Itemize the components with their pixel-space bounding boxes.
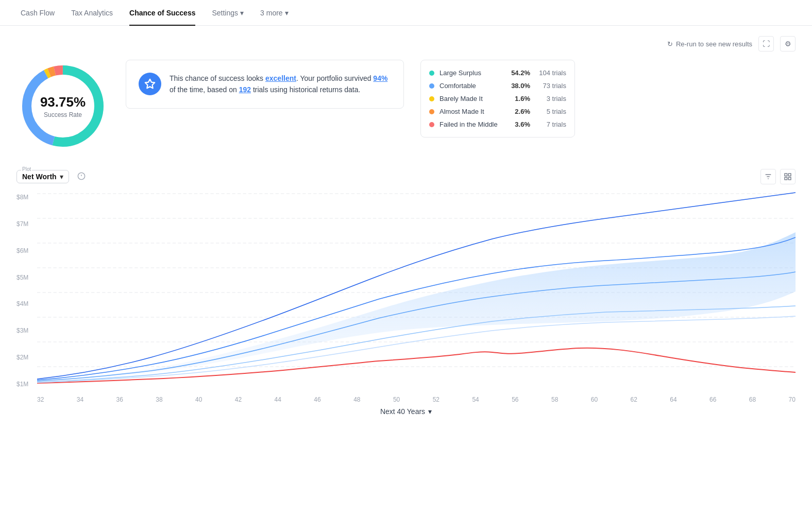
legend-trials-large-surplus: 104 trials <box>535 69 566 77</box>
legend-row-almost-made: Almost Made It 2.6% 5 trials <box>429 105 566 118</box>
x-axis: 32 34 36 38 40 42 44 46 48 50 52 54 56 5… <box>37 394 796 403</box>
legend-dot-comfortable <box>429 83 434 89</box>
settings-button[interactable]: ⚙ <box>780 36 796 51</box>
x-label-64: 64 <box>670 396 676 403</box>
x-label-60: 60 <box>591 396 598 403</box>
chart-container: $8M $7M $6M $5M $4M $3M $2M $1M <box>16 188 796 403</box>
svg-rect-16 <box>788 177 791 180</box>
legend-dot-almost-made <box>429 109 434 114</box>
expand-button[interactable]: ⛶ <box>758 36 774 51</box>
legend-dot-large-surplus <box>429 71 434 76</box>
legend-trials-failed-middle: 7 trials <box>535 121 566 128</box>
x-label-34: 34 <box>77 396 83 403</box>
expand-icon: ⛶ <box>763 40 770 48</box>
svg-rect-15 <box>785 177 787 180</box>
legend-pct-large-surplus: 54.2% <box>505 69 530 77</box>
x-label-40: 40 <box>195 396 202 403</box>
x-label-62: 62 <box>630 396 637 403</box>
filter-button[interactable] <box>760 169 776 184</box>
plot-label: Plot <box>21 166 32 172</box>
pct-link[interactable]: 94% <box>373 74 387 82</box>
x-label-32: 32 <box>37 396 44 403</box>
chevron-down-icon: ▾ <box>240 9 244 17</box>
legend-dot-failed-middle <box>429 122 434 127</box>
plot-dropdown-arrow: ▾ <box>60 173 63 181</box>
list-button[interactable] <box>780 169 796 184</box>
plot-select[interactable]: Plot Net Worth ▾ <box>16 170 69 183</box>
x-label-46: 46 <box>314 396 320 403</box>
x-label-44: 44 <box>275 396 281 403</box>
y-label-8m: $8M <box>16 194 33 201</box>
nav-settings[interactable]: Settings ▾ <box>204 0 252 26</box>
legend-row-barely-made: Barely Made It 1.6% 3 trials <box>429 92 566 105</box>
legend-trials-barely-made: 3 trials <box>535 95 566 102</box>
y-label-1m: $1M <box>16 381 33 388</box>
x-label-48: 48 <box>353 396 360 403</box>
legend-trials-comfortable: 73 trials <box>535 82 566 90</box>
donut-chart: 93.75% Success Rate <box>16 60 109 152</box>
legend-name-almost-made: Almost Made It <box>439 108 500 115</box>
x-label-66: 66 <box>709 396 716 403</box>
x-label-54: 54 <box>472 396 479 403</box>
nav-tax-analytics[interactable]: Tax Analytics <box>63 0 121 26</box>
x-label-38: 38 <box>156 396 162 403</box>
rerun-button[interactable]: ↻ Re-run to see new results <box>667 40 752 48</box>
x-label-58: 58 <box>551 396 558 403</box>
y-label-7m: $7M <box>16 220 33 228</box>
legend-table: Large Surplus 54.2% 104 trials Comfortab… <box>420 60 575 137</box>
success-section: 93.75% Success Rate This chance of succe… <box>16 60 796 152</box>
legend-name-large-surplus: Large Surplus <box>439 69 500 77</box>
x-label-52: 52 <box>433 396 439 403</box>
legend-name-comfortable: Comfortable <box>439 82 500 90</box>
legend-row-comfortable: Comfortable 38.0% 73 trials <box>429 79 566 92</box>
nav-more[interactable]: 3 more ▾ <box>252 0 297 26</box>
chevron-down-icon: ▾ <box>285 9 289 17</box>
excellent-link[interactable]: excellent <box>265 74 296 82</box>
x-label-70: 70 <box>789 396 796 403</box>
legend-name-failed-middle: Failed in the Middle <box>439 121 500 128</box>
chevron-down-icon: ▾ <box>428 407 432 416</box>
chart-svg <box>37 188 796 394</box>
navigation: Cash Flow Tax Analytics Chance of Succes… <box>0 0 812 26</box>
svg-rect-14 <box>788 174 791 176</box>
legend-trials-almost-made: 5 trials <box>535 108 566 115</box>
x-label-42: 42 <box>235 396 242 403</box>
time-range-selector[interactable]: Next 40 Years ▾ <box>16 407 796 416</box>
y-label-4m: $4M <box>16 300 33 307</box>
chart-svg-container: 32 34 36 38 40 42 44 46 48 50 52 54 56 5… <box>37 188 796 403</box>
legend-row-large-surplus: Large Surplus 54.2% 104 trials <box>429 66 566 79</box>
info-box: This chance of success looks excellent. … <box>126 60 404 109</box>
y-axis: $8M $7M $6M $5M $4M $3M $2M $1M <box>16 188 37 403</box>
svg-rect-13 <box>785 174 787 176</box>
gear-icon: ⚙ <box>785 40 791 48</box>
refresh-icon: ↻ <box>667 40 673 48</box>
info-text: This chance of success looks excellent. … <box>170 73 391 96</box>
success-percentage: 93.75% <box>40 94 86 110</box>
donut-center: 93.75% Success Rate <box>40 94 86 118</box>
nav-cash-flow[interactable]: Cash Flow <box>12 0 63 26</box>
x-label-50: 50 <box>393 396 400 403</box>
info-icon-circle <box>139 73 161 95</box>
svg-marker-6 <box>145 79 155 88</box>
y-label-3m: $3M <box>16 327 33 334</box>
x-label-56: 56 <box>512 396 518 403</box>
y-label-2m: $2M <box>16 354 33 361</box>
plot-info-button[interactable] <box>77 172 86 182</box>
legend-name-barely-made: Barely Made It <box>439 95 500 102</box>
main-content: ↻ Re-run to see new results ⛶ ⚙ <box>0 26 812 426</box>
plot-value: Net Worth <box>22 173 57 181</box>
plot-controls: Plot Net Worth ▾ <box>16 169 796 184</box>
legend-pct-barely-made: 1.6% <box>505 95 530 102</box>
x-label-68: 68 <box>749 396 756 403</box>
nav-chance-of-success[interactable]: Chance of Success <box>121 0 204 26</box>
trials-link[interactable]: 192 <box>239 85 251 94</box>
y-label-5m: $5M <box>16 274 33 281</box>
chart-line-red <box>37 348 796 383</box>
legend-pct-failed-middle: 3.6% <box>505 121 530 128</box>
legend-dot-barely-made <box>429 96 434 101</box>
top-actions: ↻ Re-run to see new results ⛶ ⚙ <box>16 36 796 51</box>
plot-right-icons <box>760 169 796 184</box>
legend-row-failed-middle: Failed in the Middle 3.6% 7 trials <box>429 118 566 131</box>
x-label-36: 36 <box>116 396 123 403</box>
time-range-label: Next 40 Years <box>380 407 425 416</box>
